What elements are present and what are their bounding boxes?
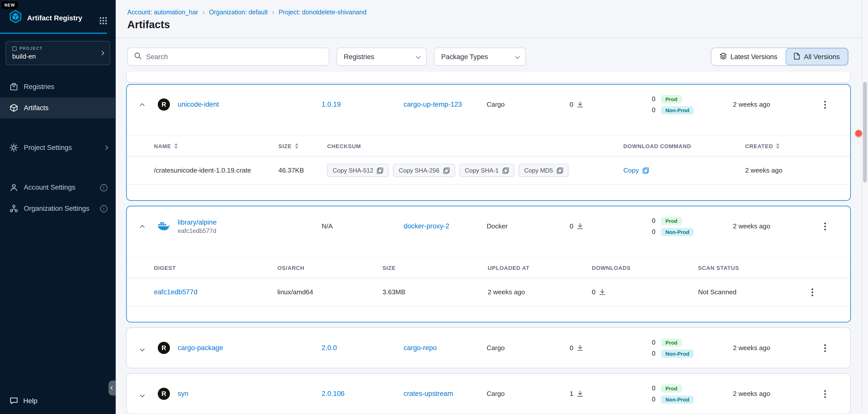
row-menu-button[interactable] [822, 223, 829, 229]
cargo-package-icon [158, 98, 170, 110]
sidebar-item-label: Project Settings [24, 144, 72, 152]
account-icon [9, 183, 18, 192]
prod-count: 0 [650, 339, 655, 346]
header-divider [116, 38, 868, 38]
sort-icon[interactable] [175, 143, 178, 149]
expand-row-button[interactable] [138, 387, 146, 400]
copy-download-command-button[interactable]: Copy [623, 167, 745, 174]
column-header: SIZE [382, 265, 396, 271]
row-menu-button[interactable] [822, 391, 829, 397]
artifact-name-link[interactable]: cargo-package [178, 344, 322, 352]
column-header: NAME [154, 143, 171, 149]
column-header: SCAN STATUS [698, 265, 739, 271]
document-icon [794, 52, 800, 61]
artifact-registry-link[interactable]: cargo-up-temp-123 [404, 101, 487, 108]
search-input[interactable] [146, 53, 323, 61]
sidebar: NEW Artifact Registry PROJECT build-en [0, 0, 116, 414]
uploaded-at: 2 weeks ago [488, 288, 592, 296]
registries-filter-dropdown[interactable]: Registries [337, 47, 427, 66]
button-label: Copy [623, 167, 639, 174]
copy-sha1-button[interactable]: Copy SHA-1 [459, 164, 514, 177]
artifact-list: unicode-ident 1.0.19 cargo-up-temp-123 C… [126, 72, 850, 414]
package-types-filter-dropdown[interactable]: Package Types [434, 47, 526, 66]
copy-md5-button[interactable]: Copy MD5 [519, 164, 568, 177]
artifact-version: N/A [322, 222, 404, 230]
artifact-registry-link[interactable]: docker-proxy-2 [404, 222, 487, 230]
artifact-registry-logo-icon [8, 9, 23, 26]
copy-sha256-button[interactable]: Copy SHA-256 [393, 164, 455, 177]
breadcrumb-separator-icon [272, 9, 274, 15]
chevron-down-icon [416, 54, 420, 58]
download-icon [577, 390, 583, 397]
artifact-version-link[interactable]: 1.0.19 [322, 101, 404, 108]
artifact-card-syn: syn 2.0.106 crates-upstream Cargo 1 0Pro… [126, 373, 850, 414]
sidebar-item-account-settings[interactable]: Account Settings [0, 177, 116, 198]
column-header: OS/ARCH [277, 265, 305, 271]
sort-icon[interactable] [295, 143, 298, 149]
sidebar-item-artifacts[interactable]: Artifacts [0, 97, 116, 118]
sidebar-item-organization-settings[interactable]: Organization Settings [0, 198, 116, 219]
info-icon[interactable] [100, 205, 107, 212]
row-menu-button[interactable] [822, 102, 829, 108]
sidebar-collapse-button[interactable] [108, 381, 116, 395]
breadcrumb-account-link[interactable]: Account: automation_har [127, 9, 198, 15]
collapse-row-button[interactable] [138, 220, 146, 233]
vertical-ellipsis-icon [824, 347, 826, 349]
latest-versions-button[interactable]: Latest Versions [711, 48, 786, 65]
apps-grid-icon[interactable] [100, 17, 101, 19]
checksum-buttons: Copy SHA-512 Copy SHA-256 Copy SHA-1 Cop… [327, 164, 623, 177]
downloads-value: 0 [570, 101, 574, 108]
environment-badges: 0Prod 0Non-Prod [650, 216, 733, 236]
download-icon [577, 223, 583, 230]
sidebar-item-project-settings[interactable]: Project Settings [0, 137, 116, 158]
main-content: Account: automation_har Organization: de… [116, 0, 868, 414]
artifact-version-link[interactable]: 2.0.106 [322, 390, 404, 398]
scrollbar-thumb[interactable] [863, 82, 867, 182]
downloads-count: 1 [570, 390, 650, 398]
sidebar-item-help[interactable]: Help [9, 396, 37, 405]
nonprod-count: 0 [650, 229, 655, 235]
sidebar-item-registries[interactable]: Registries [0, 76, 116, 97]
scrollbar[interactable] [862, 0, 868, 414]
prod-badge: Prod [661, 384, 682, 392]
artifact-name-link[interactable]: syn [178, 390, 322, 398]
collapse-row-button[interactable] [138, 98, 146, 111]
chevron-left-icon [111, 386, 114, 390]
artifact-name-link[interactable]: unicode-ident [178, 101, 322, 108]
row-menu-button[interactable] [809, 289, 816, 295]
new-badge: NEW [2, 2, 18, 9]
toolbar: Registries Package Types Latest Versions [127, 47, 848, 66]
artifact-name-link[interactable]: library/alpine [178, 218, 322, 227]
artifact-version-link[interactable]: 2.0.0 [322, 344, 404, 352]
downloads-count: 0 [570, 101, 650, 108]
toggle-label: All Versions [804, 53, 840, 61]
all-versions-button[interactable]: All Versions [786, 48, 848, 65]
chevron-down-icon [140, 392, 145, 397]
os-arch: linux/amd64 [277, 288, 383, 296]
copy-icon [643, 167, 649, 173]
gear-icon [9, 143, 18, 152]
digest-link[interactable]: eafc1edb577d [154, 288, 277, 296]
file-created: 2 weeks ago [745, 167, 850, 174]
info-icon[interactable] [100, 184, 107, 191]
expand-row-button[interactable] [138, 342, 146, 354]
nonprod-badge: Non-Prod [661, 228, 694, 236]
download-icon [599, 289, 606, 295]
button-label: Copy SHA-256 [399, 167, 439, 174]
file-row: /cratesunicode-ident-1.0.19.crate 46.37K… [127, 157, 850, 184]
files-table-header: NAME SIZE CHECKSUM DOWNLOAD COMMAND CREA… [127, 136, 850, 157]
row-menu-button[interactable] [822, 345, 829, 351]
artifact-name-stack: library/alpine eafc1edb577d [178, 218, 322, 234]
download-icon [577, 345, 583, 351]
artifact-registry-link[interactable]: cargo-repo [404, 344, 487, 352]
artifact-registry-link[interactable]: crates-upstream [404, 390, 487, 398]
artifact-type: Cargo [487, 390, 570, 398]
notification-beacon[interactable] [855, 130, 862, 137]
breadcrumb-project-link[interactable]: Project: donotdelete-shivanand [279, 9, 367, 15]
copy-sha512-button[interactable]: Copy SHA-512 [327, 164, 389, 177]
breadcrumb-organization-link[interactable]: Organization: default [209, 9, 268, 15]
project-selector[interactable]: PROJECT build-en [5, 41, 110, 65]
sort-icon[interactable] [776, 143, 780, 149]
artifact-card-cargo-package: cargo-package 2.0.0 cargo-repo Cargo 0 0… [126, 327, 850, 369]
column-header: CREATED [745, 143, 773, 149]
